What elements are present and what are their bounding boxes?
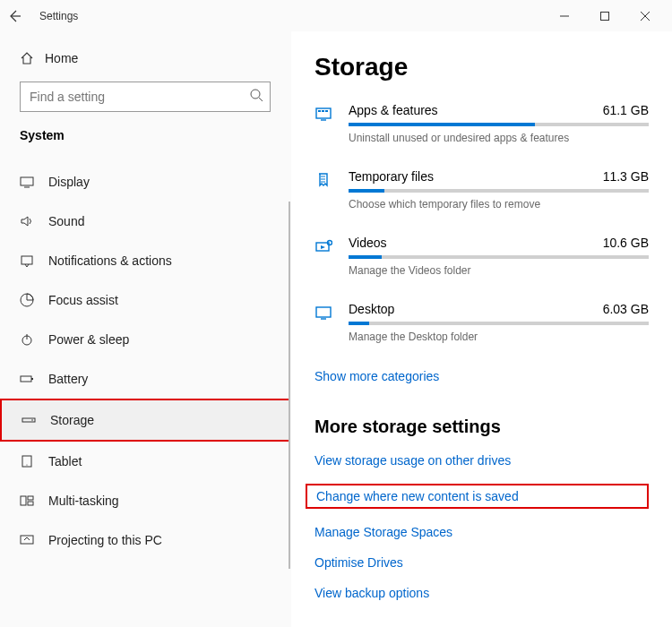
close-icon bbox=[641, 12, 650, 21]
svg-rect-25 bbox=[325, 110, 328, 112]
svg-point-4 bbox=[251, 90, 260, 99]
category-icon bbox=[314, 236, 349, 255]
storage-category-list: Apps & features61.1 GBUninstall unused o… bbox=[314, 103, 649, 343]
category-icon bbox=[314, 169, 349, 189]
maximize-button[interactable] bbox=[584, 3, 625, 30]
svg-rect-23 bbox=[318, 110, 321, 112]
category-name: Temporary files bbox=[349, 169, 434, 184]
sidebar-item-multitasking[interactable]: Multi-tasking bbox=[0, 481, 290, 520]
category-name: Desktop bbox=[349, 302, 394, 316]
category-size: 10.6 GB bbox=[603, 236, 649, 250]
more-settings-links: View storage usage on other drivesChange… bbox=[314, 453, 649, 600]
home-icon bbox=[20, 51, 45, 65]
category-size: 11.3 GB bbox=[603, 169, 649, 184]
svg-point-15 bbox=[31, 419, 33, 421]
storage-link[interactable]: Manage Storage Spaces bbox=[314, 525, 649, 539]
search-box[interactable] bbox=[20, 82, 271, 112]
sidebar: Home System Display Sound Notifications … bbox=[0, 31, 291, 627]
svg-rect-22 bbox=[316, 108, 331, 118]
multitasking-icon bbox=[20, 494, 48, 508]
search-input[interactable] bbox=[20, 82, 271, 112]
show-more-categories-link[interactable]: Show more categories bbox=[314, 369, 439, 383]
close-button[interactable] bbox=[625, 3, 665, 30]
home-label: Home bbox=[45, 51, 78, 65]
sidebar-item-battery[interactable]: Battery bbox=[0, 359, 290, 399]
section-label: System bbox=[0, 128, 290, 151]
category-size: 6.03 GB bbox=[603, 302, 649, 316]
sidebar-item-label: Storage bbox=[50, 413, 94, 427]
svg-rect-13 bbox=[31, 378, 33, 380]
back-button[interactable] bbox=[7, 9, 36, 23]
storage-link[interactable]: View backup options bbox=[314, 586, 649, 600]
title-bar: Settings bbox=[0, 0, 672, 31]
more-settings-heading: More storage settings bbox=[314, 417, 649, 437]
sidebar-item-label: Power & sleep bbox=[48, 332, 129, 347]
storage-link[interactable]: Change where new content is saved bbox=[306, 484, 649, 509]
storage-category[interactable]: Apps & features61.1 GBUninstall unused o… bbox=[314, 103, 649, 144]
usage-bar bbox=[349, 123, 649, 126]
home-button[interactable]: Home bbox=[0, 42, 290, 74]
svg-rect-12 bbox=[21, 376, 31, 382]
category-icon bbox=[314, 302, 349, 322]
sidebar-item-label: Multi-tasking bbox=[48, 494, 119, 508]
storage-link[interactable]: View storage usage on other drives bbox=[314, 453, 649, 468]
storage-category[interactable]: Temporary files11.3 GBChoose which tempo… bbox=[314, 169, 649, 210]
maximize-icon bbox=[600, 12, 609, 21]
svg-rect-6 bbox=[21, 177, 33, 185]
svg-rect-18 bbox=[21, 496, 26, 505]
arrow-left-icon bbox=[7, 9, 22, 23]
sound-icon bbox=[20, 214, 48, 228]
projecting-icon bbox=[20, 533, 48, 547]
usage-bar bbox=[349, 322, 649, 325]
sidebar-item-display[interactable]: Display bbox=[0, 162, 290, 202]
svg-rect-19 bbox=[28, 496, 33, 500]
tablet-icon bbox=[20, 454, 48, 468]
notifications-icon bbox=[20, 253, 48, 268]
storage-icon bbox=[22, 413, 50, 427]
svg-rect-24 bbox=[322, 110, 324, 112]
category-name: Apps & features bbox=[349, 103, 438, 117]
category-desc: Uninstall unused or undesired apps & fea… bbox=[349, 132, 649, 144]
svg-point-17 bbox=[26, 464, 27, 465]
sidebar-item-tablet[interactable]: Tablet bbox=[0, 442, 290, 481]
sidebar-item-notifications[interactable]: Notifications & actions bbox=[0, 241, 290, 280]
category-desc: Manage the Desktop folder bbox=[349, 331, 649, 343]
svg-rect-32 bbox=[316, 307, 331, 317]
sidebar-item-label: Focus assist bbox=[48, 293, 118, 307]
sidebar-item-label: Tablet bbox=[48, 454, 82, 468]
usage-bar bbox=[349, 255, 649, 259]
main-panel: Storage Apps & features61.1 GBUninstall … bbox=[291, 31, 672, 627]
sidebar-scrollbar[interactable] bbox=[289, 202, 290, 569]
sidebar-item-sound[interactable]: Sound bbox=[0, 202, 290, 241]
category-desc: Choose which temporary files to remove bbox=[349, 198, 649, 210]
nav-list: Display Sound Notifications & actions Fo… bbox=[0, 162, 290, 560]
category-icon bbox=[314, 103, 349, 123]
minimize-button[interactable] bbox=[544, 3, 584, 30]
storage-category[interactable]: Desktop6.03 GBManage the Desktop folder bbox=[314, 302, 649, 343]
search-icon bbox=[249, 88, 263, 102]
svg-rect-14 bbox=[22, 418, 35, 422]
focus-icon bbox=[20, 293, 48, 307]
category-name: Videos bbox=[349, 236, 387, 250]
minimize-icon bbox=[560, 12, 569, 21]
svg-rect-1 bbox=[600, 12, 608, 20]
power-icon bbox=[20, 332, 48, 347]
sidebar-item-focus[interactable]: Focus assist bbox=[0, 280, 290, 320]
sidebar-item-label: Projecting to this PC bbox=[48, 533, 162, 547]
category-size: 61.1 GB bbox=[603, 103, 649, 117]
storage-link[interactable]: Optimise Drives bbox=[314, 555, 649, 570]
sidebar-item-label: Display bbox=[48, 175, 90, 189]
page-title: Storage bbox=[314, 53, 649, 82]
sidebar-item-label: Notifications & actions bbox=[48, 253, 172, 268]
category-desc: Manage the Videos folder bbox=[349, 264, 649, 277]
sidebar-item-label: Sound bbox=[48, 214, 84, 228]
svg-line-5 bbox=[259, 98, 263, 101]
sidebar-item-projecting[interactable]: Projecting to this PC bbox=[0, 520, 290, 560]
svg-rect-20 bbox=[28, 502, 33, 505]
display-icon bbox=[20, 175, 48, 189]
storage-category[interactable]: Videos10.6 GBManage the Videos folder bbox=[314, 236, 649, 277]
sidebar-item-power[interactable]: Power & sleep bbox=[0, 320, 290, 359]
battery-icon bbox=[20, 372, 48, 386]
sidebar-item-storage[interactable]: Storage bbox=[0, 399, 290, 442]
svg-rect-8 bbox=[22, 256, 32, 264]
